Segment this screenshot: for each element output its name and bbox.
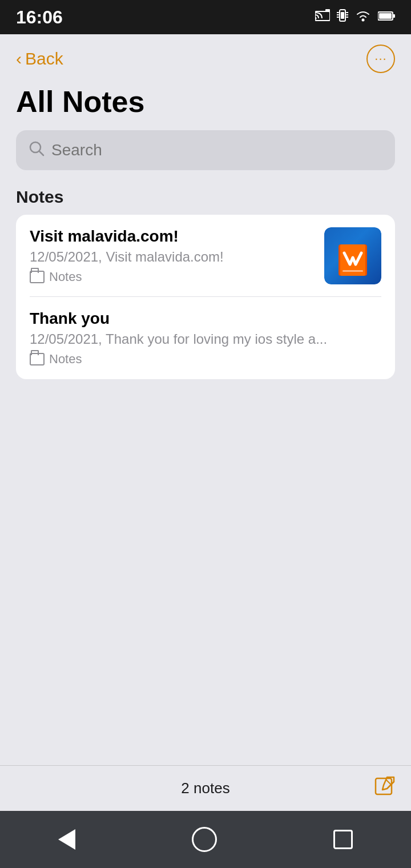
android-nav-bar <box>0 811 411 868</box>
more-button[interactable]: ··· <box>366 45 395 73</box>
malavida-logo <box>324 227 381 284</box>
svg-line-22 <box>386 779 392 785</box>
note-thumbnail-1 <box>324 227 381 284</box>
note-folder-1: Notes <box>30 270 316 284</box>
svg-line-16 <box>39 151 43 155</box>
note-folder-2: Notes <box>30 352 373 367</box>
bottom-bar: 2 notes <box>0 765 411 811</box>
status-time: 16:06 <box>16 7 63 28</box>
compose-button[interactable] <box>374 776 395 801</box>
section-header: Notes <box>0 187 411 215</box>
cast-icon <box>315 9 330 25</box>
status-icons <box>315 9 395 26</box>
wifi-icon <box>355 9 371 25</box>
svg-rect-4 <box>341 12 344 19</box>
notes-count: 2 notes <box>181 779 229 797</box>
note-item-2[interactable]: Thank you 12/05/2021, Thank you for lovi… <box>16 297 395 379</box>
note-content-2: Thank you 12/05/2021, Thank you for lovi… <box>30 310 381 367</box>
note-title-1: Visit malavida.com! <box>30 227 316 246</box>
more-dots-icon: ··· <box>374 51 386 66</box>
folder-icon-1 <box>30 271 45 283</box>
search-container <box>0 130 411 187</box>
note-folder-label-1: Notes <box>49 270 82 284</box>
nav-bar: ‹ Back ··· <box>0 34 411 79</box>
search-input[interactable] <box>51 141 382 159</box>
back-button[interactable]: ‹ Back <box>16 49 63 69</box>
note-content-1: Visit malavida.com! 12/05/2021, Visit ma… <box>30 227 324 284</box>
battery-icon <box>378 10 395 25</box>
svg-rect-13 <box>379 13 392 19</box>
android-back-button[interactable] <box>58 829 75 850</box>
svg-rect-19 <box>342 270 363 272</box>
page-title-area: All Notes <box>0 79 411 130</box>
notes-list: Visit malavida.com! 12/05/2021, Visit ma… <box>16 215 395 379</box>
svg-point-11 <box>362 19 365 22</box>
svg-rect-14 <box>393 14 395 18</box>
back-chevron-icon: ‹ <box>16 49 22 69</box>
note-folder-label-2: Notes <box>49 352 82 367</box>
search-icon <box>29 140 45 160</box>
note-title-2: Thank you <box>30 310 373 328</box>
folder-icon-2 <box>30 353 45 365</box>
android-home-button[interactable] <box>192 827 217 852</box>
back-triangle-icon <box>58 829 75 850</box>
recents-square-icon <box>333 830 353 849</box>
note-item-1[interactable]: Visit malavida.com! 12/05/2021, Visit ma… <box>16 215 395 297</box>
page-title: All Notes <box>16 85 395 119</box>
svg-rect-2 <box>325 9 330 11</box>
svg-point-1 <box>315 17 317 20</box>
back-label: Back <box>25 49 63 69</box>
spacer <box>0 379 411 765</box>
search-bar[interactable] <box>16 130 395 170</box>
note-meta-1: 12/05/2021, Visit malavida.com! <box>30 249 316 265</box>
home-circle-icon <box>192 827 217 852</box>
note-meta-2: 12/05/2021, Thank you for loving my ios … <box>30 331 373 347</box>
vibrate-icon <box>337 9 348 26</box>
status-bar: 16:06 <box>0 0 411 34</box>
section-label: Notes <box>16 187 63 206</box>
android-recents-button[interactable] <box>333 830 353 849</box>
